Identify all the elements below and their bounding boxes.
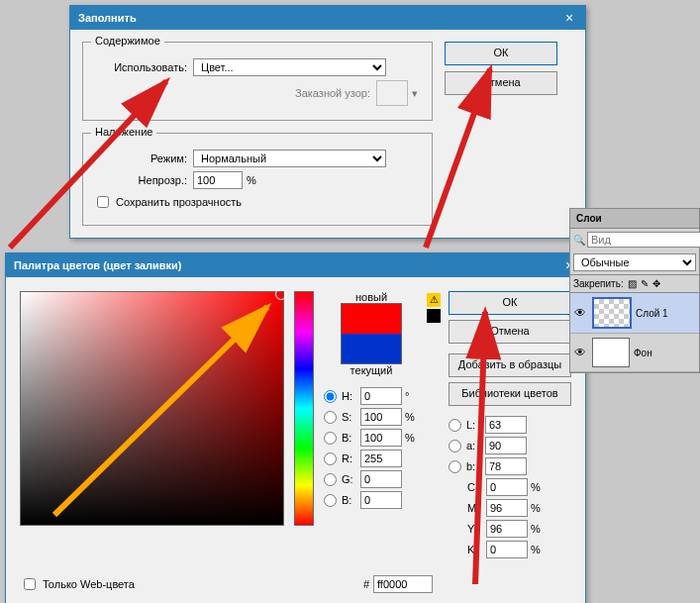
m-label: M: [467, 502, 483, 514]
bb-label: B: [342, 494, 357, 506]
use-select[interactable]: Цвет... [193, 58, 386, 76]
fill-dialog: Заполнить × Содержимое Использовать: Цве… [69, 5, 586, 239]
overlay-group: Наложение Режим: Нормальный Непрозр.: % … [82, 133, 433, 226]
preserve-transparency-checkbox[interactable] [97, 196, 109, 208]
s-radio[interactable] [324, 411, 337, 424]
hue-slider[interactable] [294, 291, 314, 526]
content-legend: Содержимое [91, 35, 164, 47]
search-icon: 🔍 [573, 235, 585, 246]
b-label: B: [342, 432, 357, 444]
picker-title: Палитра цветов (цвет заливки) [14, 253, 182, 277]
ok-button[interactable]: ОК [445, 42, 557, 65]
color-preview: новый текущий [341, 291, 402, 376]
a-radio[interactable] [449, 440, 461, 452]
layer-item[interactable]: 👁 Фон [570, 334, 699, 372]
opacity-label: Непрозр.: [93, 174, 193, 186]
y-label: Y: [467, 523, 483, 535]
y-input[interactable] [486, 520, 528, 538]
k-input[interactable] [486, 541, 528, 558]
m-input[interactable] [486, 499, 528, 517]
l-input[interactable] [485, 416, 527, 434]
a-input[interactable] [485, 437, 527, 454]
h-radio[interactable] [324, 390, 337, 403]
new-label: новый [355, 291, 387, 303]
lock-move-icon[interactable]: ✥ [652, 278, 660, 289]
mode-label: Режим: [93, 152, 193, 164]
layers-tab[interactable]: Слои [570, 209, 699, 229]
layer-name: Фон [634, 348, 652, 358]
color-field[interactable] [20, 291, 284, 526]
s-input[interactable] [360, 408, 402, 426]
layer-item[interactable]: 👁 Слой 1 [570, 293, 699, 334]
picker-titlebar[interactable]: Палитра цветов (цвет заливки) × [6, 253, 585, 277]
content-group: Содержимое Использовать: Цвет... Заказно… [82, 42, 433, 121]
a-label: a: [466, 440, 482, 452]
web-only-label: Только Web-цвета [43, 578, 135, 590]
deg-unit: ° [405, 390, 419, 402]
hex-label: # [363, 578, 369, 590]
l-radio[interactable] [449, 419, 461, 432]
bl-input[interactable] [485, 457, 527, 475]
c-label: C: [467, 481, 483, 493]
g-input[interactable] [360, 470, 402, 488]
visibility-icon[interactable]: 👁 [574, 346, 588, 359]
c-input[interactable] [486, 478, 528, 496]
bb-input[interactable] [360, 491, 402, 509]
bl-radio[interactable] [449, 460, 461, 473]
h-label: H: [342, 390, 357, 402]
b-input[interactable] [360, 429, 402, 447]
opacity-input[interactable] [193, 171, 243, 189]
layer-search-input[interactable] [587, 232, 700, 248]
g-radio[interactable] [324, 473, 337, 486]
fill-title: Заполнить [78, 6, 137, 30]
s-label: S: [342, 411, 357, 423]
chevron-down-icon: ▾ [408, 87, 422, 100]
cube-icon[interactable] [427, 309, 441, 323]
preview-current[interactable] [342, 334, 401, 363]
g-label: G: [342, 473, 357, 485]
cancel-button[interactable]: Отмена [445, 71, 557, 95]
visibility-icon[interactable]: 👁 [574, 306, 588, 320]
current-label: текущий [350, 364, 393, 376]
close-icon[interactable]: × [561, 6, 577, 30]
web-only-row[interactable]: Только Web-цвета [20, 575, 135, 593]
overlay-legend: Наложение [91, 126, 156, 138]
r-input[interactable] [360, 450, 402, 467]
picker-ok-button[interactable]: ОК [449, 291, 571, 315]
use-label: Использовать: [93, 61, 193, 73]
fill-titlebar[interactable]: Заполнить × [70, 6, 585, 30]
layer-name: Слой 1 [636, 308, 668, 319]
layer-thumbnail [592, 297, 632, 329]
blend-mode-select[interactable]: Обычные [573, 253, 696, 271]
bb-radio[interactable] [324, 494, 337, 507]
layers-panel: Слои 🔍 ▾ Обычные Закрепить: ▨ ✎ ✥ 👁 Слой… [569, 208, 700, 373]
r-radio[interactable] [324, 452, 337, 465]
hex-input[interactable] [373, 575, 433, 593]
add-swatch-button[interactable]: Добавить в образцы [449, 353, 571, 377]
lock-label: Закрепить: [573, 278, 624, 289]
color-cursor-icon [275, 288, 287, 300]
b-radio[interactable] [324, 432, 337, 445]
l-label: L: [466, 419, 482, 431]
layer-thumbnail [592, 338, 630, 367]
pattern-label: Заказной узор: [93, 87, 376, 99]
preview-new [342, 304, 401, 334]
lock-transparency-icon[interactable]: ▨ [628, 278, 637, 289]
opacity-unit: % [243, 174, 256, 186]
h-input[interactable] [360, 387, 402, 405]
lock-brush-icon[interactable]: ✎ [641, 278, 649, 289]
picker-cancel-button[interactable]: Отмена [449, 320, 571, 344]
k-label: K: [467, 544, 483, 555]
warning-icon[interactable]: ⚠ [427, 293, 441, 307]
web-only-checkbox[interactable] [24, 578, 36, 590]
color-picker-dialog: Палитра цветов (цвет заливки) × новый те… [5, 252, 586, 603]
mode-select[interactable]: Нормальный [193, 150, 386, 167]
r-label: R: [342, 452, 357, 464]
pattern-swatch [376, 80, 408, 106]
bl-label: b: [466, 460, 482, 472]
color-libraries-button[interactable]: Библиотеки цветов [449, 382, 571, 406]
preserve-transparency-label: Сохранить прозрачность [116, 196, 242, 208]
